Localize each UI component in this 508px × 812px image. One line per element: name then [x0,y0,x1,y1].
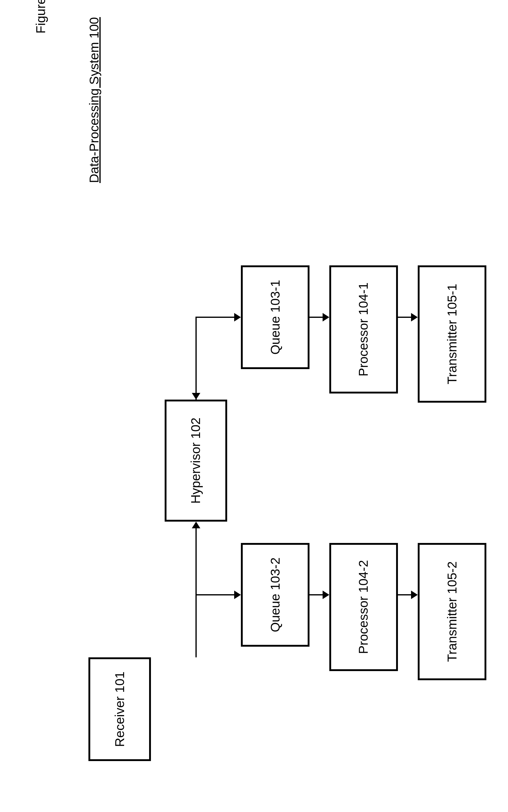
conn-hyp-q2-horiz [196,594,234,596]
box-queue-1: Queue 103-1 [241,266,309,369]
box-processor-1: Processor 104-1 [329,266,398,394]
arrow-p1-to-t1-head [411,313,418,322]
conn-hyp-q2-head-right [234,591,241,599]
box-queue-2: Queue 103-2 [241,543,309,647]
conn-hyp-q1-horiz [196,317,234,318]
box-processor-2-label: Processor 104-2 [356,560,371,654]
arrow-p2-to-t2-line [398,594,411,596]
diagram-page: Figure 1 Data-Processing System 100 Rece… [0,0,508,812]
figure-label: Figure 1 [34,0,48,34]
arrow-q1-to-p1-head [323,313,329,322]
conn-hyp-q2-vert [196,528,197,594]
box-transmitter-2-label: Transmitter 105-2 [445,561,460,662]
box-processor-1-label: Processor 104-1 [356,282,371,376]
system-title: Data-Processing System 100 [87,17,101,183]
box-transmitter-1: Transmitter 105-1 [418,266,486,403]
arrow-q2-to-p2-line [309,594,323,596]
box-receiver-label: Receiver 101 [113,672,127,747]
box-queue-1-label: Queue 103-1 [268,280,283,355]
arrow-q1-to-p1-line [309,317,323,318]
conn-hyp-q1-vert [196,317,197,400]
box-receiver: Receiver 101 [88,657,151,761]
box-processor-2: Processor 104-2 [329,543,398,671]
arrow-p2-to-t2-head [411,591,418,599]
box-queue-2-label: Queue 103-2 [268,557,283,632]
arrow-q2-to-p2-head [323,591,329,599]
conn-hyp-q1-head-right [234,313,241,322]
arrow-p1-to-t1-line [398,317,411,318]
box-hypervisor-label: Hypervisor 102 [189,417,203,503]
conn-hyp-q1-head-down [192,393,200,400]
arrow-receiver-to-hypervisor-head [192,522,200,528]
box-hypervisor: Hypervisor 102 [165,400,227,522]
box-transmitter-2: Transmitter 105-2 [418,543,486,680]
box-transmitter-1-label: Transmitter 105-1 [445,284,460,384]
